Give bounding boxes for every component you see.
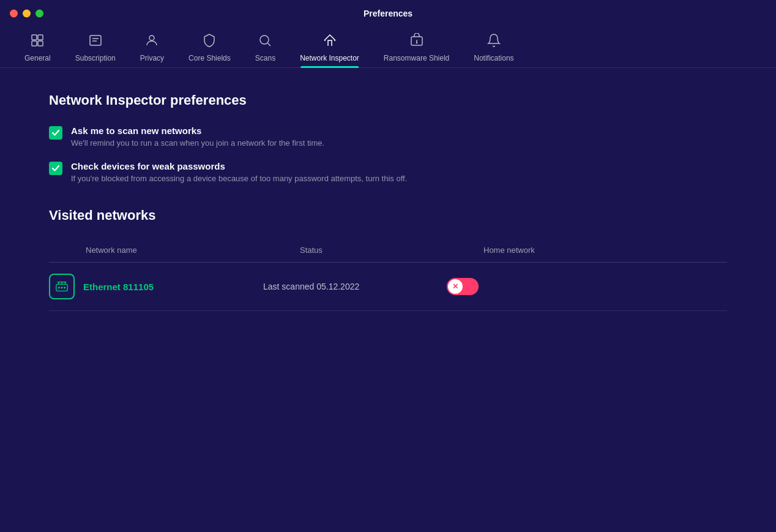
tab-network-inspector[interactable]: Network Inspector xyxy=(288,27,371,67)
checkbox-ask-scan: Ask me to scan new networks We'll remind… xyxy=(49,126,727,148)
home-network-toggle[interactable]: ✕ xyxy=(447,278,569,295)
general-icon xyxy=(30,33,45,50)
svg-point-12 xyxy=(416,43,417,43)
svg-rect-4 xyxy=(90,36,101,45)
checkbox-weak-passwords: Check devices for weak passwords If you'… xyxy=(49,161,727,183)
network-name-cell: Ethernet 811105 xyxy=(49,274,263,299)
col-home-network: Home network xyxy=(483,245,606,255)
scans-label: Scans xyxy=(255,54,275,62)
visited-networks-section: Visited networks Network name Status Hom… xyxy=(49,208,727,311)
close-button[interactable] xyxy=(10,10,18,18)
maximize-button[interactable] xyxy=(35,10,43,18)
checkbox-ask-scan-input[interactable] xyxy=(49,126,62,140)
toggle-switch[interactable]: ✕ xyxy=(447,278,479,295)
network-inspector-label: Network Inspector xyxy=(300,54,359,62)
checkbox-weak-passwords-desc: If you're blocked from accessing a devic… xyxy=(71,174,407,183)
subscription-icon xyxy=(88,33,103,50)
svg-line-9 xyxy=(268,43,271,47)
svg-point-20 xyxy=(64,287,65,288)
title-bar: Preferences xyxy=(0,0,776,27)
tab-core-shields[interactable]: Core Shields xyxy=(176,27,243,67)
svg-point-18 xyxy=(59,287,60,288)
checkmark-icon xyxy=(51,129,60,137)
network-status: Last scanned 05.12.2022 xyxy=(263,282,447,291)
svg-point-7 xyxy=(149,36,154,40)
checkbox-ask-scan-label: Ask me to scan new networks xyxy=(71,126,324,136)
svg-point-8 xyxy=(260,36,269,44)
tab-subscription[interactable]: Subscription xyxy=(63,27,128,67)
tab-general[interactable]: General xyxy=(12,27,63,67)
checkbox-ask-scan-content: Ask me to scan new networks We'll remind… xyxy=(71,126,324,148)
nav-bar: General Subscription Privacy Core Shield… xyxy=(0,27,776,68)
ransomware-shield-label: Ransomware Shield xyxy=(384,54,449,62)
notifications-icon xyxy=(487,33,501,50)
ransomware-shield-icon xyxy=(409,33,424,50)
network-inspector-icon xyxy=(323,33,337,50)
svg-rect-2 xyxy=(32,41,37,46)
col-status: Status xyxy=(300,245,483,255)
minimize-button[interactable] xyxy=(23,10,31,18)
ethernet-icon xyxy=(49,274,75,299)
preferences-title: Network Inspector preferences xyxy=(49,92,727,108)
toggle-knob: ✕ xyxy=(448,279,463,294)
checkmark-icon-2 xyxy=(51,164,60,173)
toggle-x-icon: ✕ xyxy=(451,282,460,291)
svg-rect-1 xyxy=(38,35,43,40)
tab-privacy[interactable]: Privacy xyxy=(128,27,176,67)
checkbox-weak-passwords-content: Check devices for weak passwords If you'… xyxy=(71,161,407,183)
col-network-name: Network name xyxy=(86,245,300,255)
checkbox-weak-passwords-input[interactable] xyxy=(49,162,62,175)
window-title: Preferences xyxy=(364,9,412,18)
main-content: Network Inspector preferences Ask me to … xyxy=(0,68,776,335)
privacy-label: Privacy xyxy=(140,54,164,62)
checkbox-weak-passwords-label: Check devices for weak passwords xyxy=(71,161,407,171)
notifications-label: Notifications xyxy=(474,54,513,62)
svg-rect-3 xyxy=(38,41,43,46)
checkbox-ask-scan-desc: We'll remind you to run a scan when you … xyxy=(71,138,324,148)
table-header: Network name Status Home network xyxy=(49,241,727,263)
preferences-section: Network Inspector preferences Ask me to … xyxy=(49,92,727,183)
network-name[interactable]: Ethernet 811105 xyxy=(83,282,154,292)
svg-rect-0 xyxy=(32,35,37,40)
core-shields-label: Core Shields xyxy=(188,54,231,62)
scans-icon xyxy=(258,33,272,50)
visited-networks-title: Visited networks xyxy=(49,208,727,223)
tab-scans[interactable]: Scans xyxy=(243,27,288,67)
privacy-icon xyxy=(144,33,159,50)
core-shields-icon xyxy=(202,33,217,50)
svg-point-19 xyxy=(61,287,62,288)
general-label: General xyxy=(24,54,51,62)
traffic-lights xyxy=(10,10,43,18)
tab-ransomware-shield[interactable]: Ransomware Shield xyxy=(371,27,461,67)
subscription-label: Subscription xyxy=(75,54,116,62)
table-row: Ethernet 811105 Last scanned 05.12.2022 … xyxy=(49,263,727,311)
tab-notifications[interactable]: Notifications xyxy=(461,27,526,67)
networks-table: Network name Status Home network xyxy=(49,241,727,311)
